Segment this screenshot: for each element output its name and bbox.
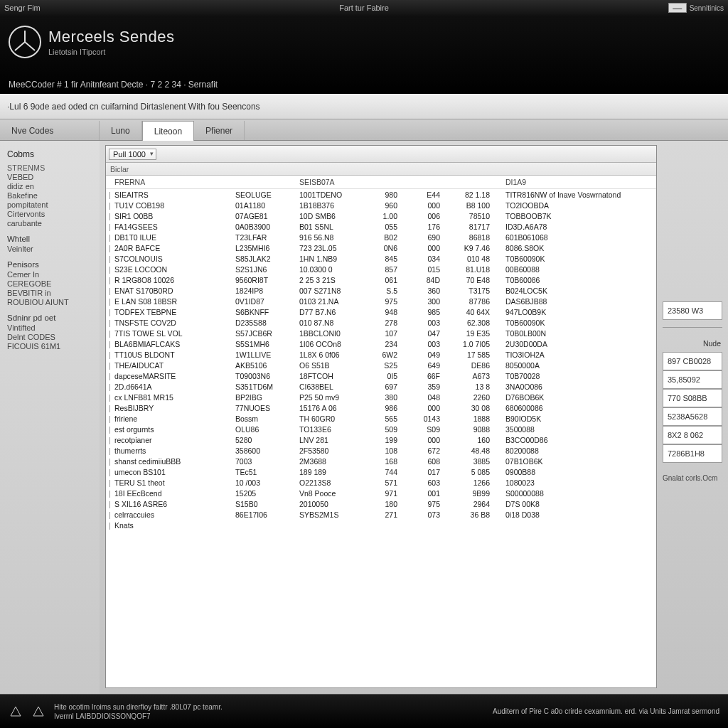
column-header[interactable]: SEISB07A xyxy=(296,176,368,189)
table-row[interactable]: |R 1RG8O8 100269560RI8T2 25 3 21S06184D7… xyxy=(106,274,656,285)
table-row[interactable]: |recotpianer5280LNV 281199000160B3CO00D8… xyxy=(106,434,656,445)
table-row[interactable]: |SIR1 O0BB07AGE8110D SMB61.0000678510TOB… xyxy=(106,210,656,221)
table-cell xyxy=(232,520,296,530)
table-row[interactable]: |fririeneBossmTH 60GR056501431888B90IOD5… xyxy=(106,413,656,424)
detail-top-value: 23580 W3 xyxy=(663,301,722,320)
table-cell: 380 xyxy=(368,392,410,402)
footer-left-text: Hite ocotim Iroims sun direrfioy faittr … xyxy=(54,702,223,721)
sidebar-item[interactable]: Delnt CODES xyxy=(7,333,100,341)
table-row[interactable]: |THE/AIDUCATAKB5106O6 S51BS25649DE868050… xyxy=(106,360,656,370)
table-cell: E LAN S08 18BSR xyxy=(112,296,232,306)
table-cell: TH 60GR0 xyxy=(296,413,368,424)
table-row[interactable]: |DB1T0 ILUET23LFAR916 56.N8B026908681860… xyxy=(106,232,656,242)
table-cell: TNSFSTE COV2D xyxy=(112,317,232,328)
rowcount-combo[interactable]: Pull 1000 xyxy=(109,149,156,160)
settings-link[interactable]: Sennitinics xyxy=(690,4,724,12)
window-titlebar: Sengr Fim Fart tur Fabire — Sennitinics xyxy=(0,0,728,16)
table-row[interactable]: |dapceseMARSITET09003N618FTCOH0I566FA673… xyxy=(106,370,656,381)
tab-liteoon[interactable]: Liteoon xyxy=(142,121,194,141)
table-cell: 690 xyxy=(410,232,453,242)
table-row[interactable]: |umecon BS101TEc51189 1897440175 0850900… xyxy=(106,466,656,477)
sidebar-item[interactable]: CEREGOBE xyxy=(7,279,100,288)
footer-logo2-icon xyxy=(31,705,46,719)
tab-pfiener[interactable]: Pfiener xyxy=(194,121,245,140)
sidebar-item[interactable]: Cemer In xyxy=(7,270,100,279)
table-cell: 986 xyxy=(368,402,410,413)
column-header[interactable] xyxy=(368,176,410,189)
sidebar-item[interactable]: Cirtervonts xyxy=(7,210,100,218)
table-cell: 2M3688 xyxy=(296,456,368,466)
table-row[interactable]: |TODFEX TEBPNES6BKNFFD77 B7.N694898540 6… xyxy=(106,306,656,317)
table-cell: 00B60088 xyxy=(503,264,656,274)
data-table: FRERNASEISB07ADI1A9 |SIEAITRSSEOLUGE1001… xyxy=(106,176,656,530)
minimize-button[interactable]: — xyxy=(668,3,687,13)
table-row[interactable]: |shanst cedimiiuBBB70032M368816860838850… xyxy=(106,456,656,466)
table-row[interactable]: |2D.d6641AS351TD6MCI638BEL69735913 83NA0… xyxy=(106,381,656,392)
table-row[interactable]: |TNSFSTE COV2DD235S88010 87.N827800362.3… xyxy=(106,317,656,328)
table-row[interactable]: |ResBIJBRY77NUOES15176 A 0698600030 0868… xyxy=(106,402,656,413)
table-row[interactable]: |thumerrts3586002F5358010867248.48802000… xyxy=(106,445,656,456)
table-row[interactable]: |E LAN S08 18BSR0V1ID870103 21.NA9753008… xyxy=(106,296,656,306)
table-row[interactable]: |BLA6BMIAFLCAKSS5S1MH61I06 OCOn82340031.… xyxy=(106,338,656,349)
table-cell: 271 xyxy=(368,509,410,520)
table-cell: 7TIS TOWE SL VOL xyxy=(112,328,232,338)
column-header[interactable]: DI1A9 xyxy=(503,176,656,189)
sidebar-item[interactable]: Veinlter xyxy=(7,245,100,253)
sidebar-item[interactable]: BEVBITIR in xyxy=(7,289,100,297)
table-cell: S351TD6M xyxy=(232,381,296,392)
table-cell: 8086.S8OK xyxy=(503,242,656,253)
table-cell: 10D SMB6 xyxy=(296,210,368,221)
table-row[interactable]: |SIEAITRSSEOLUGE1001TDENO980E4482 1.18TI… xyxy=(106,189,656,200)
table-cell: B90IOD5K xyxy=(503,413,656,424)
table-cell: 40 64X xyxy=(453,306,503,317)
table-row[interactable]: |cx LNFB81 MR15BP2IBGP25 50 mv9380048226… xyxy=(106,392,656,402)
table-row[interactable]: |S7COLNOUISS85JLAK21HN 1.NB9845034010 48… xyxy=(106,253,656,264)
sidebar-item[interactable]: VEBED xyxy=(7,173,100,181)
table-row[interactable]: |Knats xyxy=(106,520,656,530)
table-cell: 0I5 xyxy=(368,370,410,381)
table-cell: B8 100 xyxy=(453,200,503,210)
sidebar-item[interactable]: pompitatent xyxy=(7,200,100,209)
table-cell: 5280 xyxy=(232,434,296,445)
table-cell: 81717 xyxy=(453,221,503,232)
table-cell: 015 xyxy=(410,264,453,274)
table-row[interactable]: |TERU S1 theot10 /003O2213S8571603126610… xyxy=(106,477,656,488)
table-cell: 15176 A 06 xyxy=(296,402,368,413)
detail-node-label: Nude xyxy=(663,339,722,348)
sidebar-item[interactable]: Bakefine xyxy=(7,191,100,200)
table-row[interactable]: |celrraccuies86E17I06SYBS2M1S27107336 B8… xyxy=(106,509,656,520)
sidebar-item[interactable]: Vintifted xyxy=(7,323,100,332)
column-header[interactable] xyxy=(453,176,503,189)
table-row[interactable]: |TU1V COB19801A11801B18B376960000B8 100T… xyxy=(106,200,656,210)
tab-strip: Nve CodesLunoLiteoonPfiener xyxy=(0,119,728,141)
table-cell: 017 xyxy=(410,466,453,477)
table-row[interactable]: |est orgurntsOLU86TO133E6509S09908835000… xyxy=(106,424,656,434)
sidebar-item[interactable]: FICOUIS 61M1 xyxy=(7,342,100,350)
table-row[interactable]: |S XIL16 ASRE6S15B020100501809752964D7S … xyxy=(106,498,656,509)
table-row[interactable]: |S23E LOCOONS2S1JN610.0300 085701581.U18… xyxy=(106,264,656,274)
filter-row[interactable]: Biclar xyxy=(106,163,656,176)
table-row[interactable]: |ENAT S170B0RD1824IP8007 S271N8S.5360T31… xyxy=(106,285,656,296)
table-row[interactable]: |7TIS TOWE SL VOLS57JCB6R1BBCLONI0107047… xyxy=(106,328,656,338)
app-footer: Hite ocotim Iroims sun direrfioy faittr … xyxy=(0,694,728,728)
table-row[interactable]: |FA14GSEES0A0B3900B01 S5NL05517681717ID3… xyxy=(106,221,656,232)
tab-luno[interactable]: Luno xyxy=(100,121,142,140)
table-cell: 1824IP8 xyxy=(232,285,296,296)
table-row[interactable]: |TT10US BLDONT1W1LLIVE1L8X 6 0f066W20491… xyxy=(106,349,656,360)
tab-nve-codes[interactable]: Nve Codes xyxy=(0,121,100,140)
sidebar-item[interactable]: didiz en xyxy=(7,182,100,191)
table-cell: 047 xyxy=(410,328,453,338)
detail-value-box: 35,85092 xyxy=(663,370,722,389)
table-row[interactable]: |2A0R BAFCEL235MHI6723 23L.050N6000K9 7.… xyxy=(106,242,656,253)
table-cell: S57JCB6R xyxy=(232,328,296,338)
table-cell: TOBBOOB7K xyxy=(503,210,656,221)
table-row[interactable]: |18I EEcBcend15205Vn8 Pooce9710019B99S00… xyxy=(106,488,656,498)
column-header[interactable] xyxy=(232,176,296,189)
column-header[interactable] xyxy=(410,176,453,189)
table-cell: 5 085 xyxy=(453,466,503,477)
column-header[interactable]: FRERNA xyxy=(112,176,232,189)
sidebar-item[interactable]: carubante xyxy=(7,219,100,228)
table-cell: 86818 xyxy=(453,232,503,242)
table-cell: 003 xyxy=(410,338,453,349)
sidebar-item[interactable]: ROUBIOU AIUNT xyxy=(7,298,100,306)
